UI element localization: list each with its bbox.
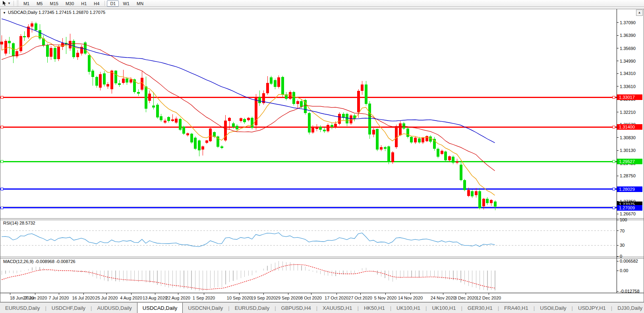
price-tick-label: 1.36390 <box>620 33 636 38</box>
legend-symbol: USDCAD,Daily <box>8 10 37 15</box>
rsi-axis-label: 0 <box>620 254 622 259</box>
chart-tab-usdjpy-h1[interactable]: USDJPY,H1 <box>573 303 611 313</box>
chart-tab-uk100-h1[interactable]: UK100,H1 <box>427 303 461 313</box>
date-tick-label: 13 Aug 2020 <box>143 296 167 300</box>
chart-tab-dj30-daily[interactable]: DJ30,Daily <box>612 303 644 313</box>
price-tick-label: 1.34310 <box>620 71 636 76</box>
price-tick-label: 1.30830 <box>620 135 636 140</box>
date-tick-label: 22 Aug 2020 <box>166 296 190 300</box>
chart-tab-usdcnh-daily[interactable]: USDCNH,Daily <box>183 303 228 313</box>
price-line-label: 1.28029 <box>617 186 642 192</box>
chart-tab-audusd-daily[interactable]: AUDUSD,Daily <box>92 303 137 313</box>
macd-values: -0.008968 -0.008726 <box>35 259 75 264</box>
chart-tab-eurusd-daily[interactable]: EURUSD,Daily <box>0 303 45 313</box>
hline-handle[interactable] <box>613 188 615 190</box>
chart-tab-bar: EURUSD,Daily|USDCHF,Daily|AUDUSD,DailyUS… <box>0 302 644 313</box>
date-tick-label: 16 Jul 2020 <box>72 296 95 300</box>
price-tick-label: 1.34990 <box>620 59 636 63</box>
price-tick-label: 1.33610 <box>620 84 636 89</box>
chart-tab-fra40-h1[interactable]: FRA40,H1 <box>499 303 534 313</box>
date-tick-label: 19 Sep 2020 <box>251 296 276 300</box>
rsi-axis-label: 70 <box>620 229 625 233</box>
price-line-label: 1.27009 <box>617 205 642 211</box>
rsi-value: 28.5732 <box>19 221 35 225</box>
macd-axis-label: -0.012758 <box>620 289 640 294</box>
macd-indicator-label: MACD(12,26,9) -0.008968 -0.008726 <box>3 259 75 264</box>
date-tick-label: 27 Jun 2020 <box>23 296 47 300</box>
chart-tab-usoil-daily[interactable]: USOil,Daily <box>535 303 571 313</box>
chart-tab-xauusd-h1[interactable]: XAUUSD,H1 <box>317 303 357 313</box>
svg-text:1.29527: 1.29527 <box>619 159 635 164</box>
price-line-label: 1.31400 <box>617 124 642 130</box>
rsi-indicator-label: RSI(14) 28.5732 <box>3 221 35 225</box>
price-tick-label: 1.28750 <box>620 173 636 178</box>
svg-text:1.33017: 1.33017 <box>619 95 635 100</box>
legend-expander-icon[interactable]: ▼ <box>3 11 6 15</box>
date-tick-label: 25 Jul 2020 <box>95 296 118 300</box>
svg-text:1.28029: 1.28029 <box>619 187 635 192</box>
price-tick-label: 1.32210 <box>620 110 636 115</box>
rsi-axis-label: 30 <box>620 243 625 248</box>
svg-text:1.31400: 1.31400 <box>619 125 635 129</box>
date-tick-label: 8 Oct 2020 <box>300 296 322 300</box>
chart-tab-gbpusd-h4[interactable]: GBPUSD,H4 <box>276 303 316 313</box>
hline-handle[interactable] <box>1 160 3 163</box>
chart-scroll-up-button[interactable]: ▲ <box>636 10 643 16</box>
chart-tab-hk50-h1[interactable]: HK50,H1 <box>359 303 390 313</box>
hline-handle[interactable] <box>1 96 3 98</box>
price-tick-label: 1.35690 <box>620 46 636 51</box>
chart-tab-usdcad-daily[interactable]: USDCAD,Daily <box>137 302 183 313</box>
chart-tab-eurusd-daily[interactable]: EURUSD,Daily <box>230 303 275 313</box>
date-tick-label: 24 Nov 2020 <box>431 296 455 300</box>
rsi-axis-label: 100 <box>620 217 627 222</box>
date-tick-label: 5 Nov 2020 <box>374 296 396 300</box>
date-tick-label: 1 Sep 2020 <box>193 296 215 300</box>
price-tick-label: 1.37090 <box>620 20 636 25</box>
date-tick-label: 3 Dec 2020 <box>454 296 477 300</box>
hline-handle[interactable] <box>1 207 3 209</box>
chart-canvas[interactable]: 1.370901.363901.356901.349901.343101.336… <box>0 0 644 313</box>
svg-text:1.27009: 1.27009 <box>619 205 635 210</box>
hline-handle[interactable] <box>613 96 615 98</box>
date-tick-label: 12 Dec 2020 <box>476 296 501 300</box>
chart-legend[interactable]: ▼USDCAD,Daily 1.27345 1.27415 1.26870 1.… <box>3 10 105 15</box>
chart-tab-uk100-h1[interactable]: UK100,H1 <box>391 303 425 313</box>
macd-axis-label: 0.006582 <box>620 259 638 263</box>
hline-handle[interactable] <box>613 207 615 209</box>
hline-handle[interactable] <box>613 126 615 128</box>
mt4-window: ▼ M1M5M15M30H1H4 D1W1MN 1.370901.363901.… <box>0 0 644 313</box>
macd-axis-label: 0.00 <box>620 268 628 273</box>
price-line-label: 1.29527 <box>617 159 642 164</box>
chart-tab-usdchf-daily[interactable]: USDCHF,Daily <box>46 303 91 313</box>
hline-handle[interactable] <box>613 160 615 163</box>
date-tick-label: 27 Oct 2020 <box>348 296 372 300</box>
chart-tab-ger30-h1[interactable]: GER30,H1 <box>462 303 498 313</box>
hline-handle[interactable] <box>1 126 3 128</box>
price-tick-label: 1.30130 <box>620 148 636 153</box>
legend-ohlc: 1.27345 1.27415 1.26870 1.27075 <box>39 10 105 15</box>
date-tick-label: 14 Nov 2020 <box>398 296 423 300</box>
date-tick-label: 7 Jul 2020 <box>49 296 69 300</box>
hline-handle[interactable] <box>1 188 3 190</box>
date-tick-label: 10 Sep 2020 <box>227 296 251 300</box>
price-line-label: 1.33017 <box>617 94 642 100</box>
date-tick-label: 17 Oct 2020 <box>325 296 348 300</box>
date-tick-label: 4 Aug 2020 <box>120 296 142 300</box>
date-tick-label: 29 Sep 2020 <box>276 296 300 300</box>
price-tick-label: 1.26670 <box>620 211 636 216</box>
